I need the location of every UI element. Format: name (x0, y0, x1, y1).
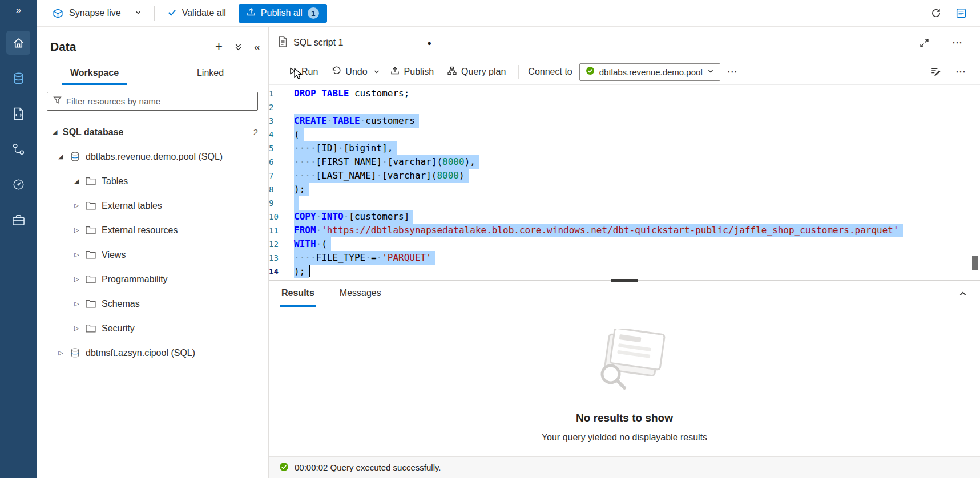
filter-funnel-icon (53, 96, 62, 107)
tree-item-label: Schemas (102, 299, 140, 309)
line-number: 11 (269, 224, 294, 237)
tab-messages[interactable]: Messages (338, 281, 382, 307)
code-line-11[interactable]: 11FROM·'https://dbtlabsynapsedatalake.bl… (269, 224, 980, 237)
run-button[interactable]: Run (281, 62, 325, 82)
code-line-12[interactable]: 12WITH·( (269, 237, 980, 251)
selection-highlight: ); (294, 265, 309, 278)
code-line-9[interactable]: 9 (269, 196, 980, 210)
chevron-collapsed-icon[interactable]: ▷ (74, 251, 84, 258)
code-text: CREATE·TABLE·customers (294, 114, 419, 128)
publish-button[interactable]: Publish (384, 62, 441, 82)
synapse-live-icon (53, 8, 63, 19)
code-line-5[interactable]: 5····[ID]·[bigint], (269, 141, 980, 155)
mode-selector[interactable]: Synapse live (53, 8, 142, 19)
upload-icon (247, 7, 256, 19)
publish-all-button[interactable]: Publish all 1 (239, 4, 327, 23)
tree-item-security[interactable]: ▷Security (37, 316, 268, 341)
validate-all-button[interactable]: Validate all (167, 7, 226, 19)
home-icon (6, 31, 30, 55)
rail-develop-button[interactable] (0, 96, 37, 131)
line-number: 9 (269, 196, 294, 210)
code-text (294, 196, 299, 210)
line-number: 2 (269, 100, 294, 114)
code-line-10[interactable]: 10COPY·INTO·[customers] (269, 210, 980, 224)
tree-item-dbtmsft-azsyn-cipool-sql[interactable]: ▷dbtmsft.azsyn.cipool (SQL) (37, 341, 268, 365)
code-line-7[interactable]: 7····[LAST_NAME]·[varchar](8000) (269, 169, 980, 183)
tree-item-sql-database[interactable]: ◢SQL database2 (37, 120, 268, 144)
connect-to-pool-select[interactable]: dbtlabs.revenue.demo.pool (579, 63, 720, 81)
line-number: 1 (269, 87, 294, 100)
publish-label: Publish (404, 67, 434, 77)
code-line-4[interactable]: 4( (269, 128, 980, 141)
collapse-panel-button[interactable]: « (254, 40, 260, 54)
tree-item-label: External tables (102, 201, 162, 211)
properties-icon[interactable] (925, 67, 946, 77)
collapse-all-icon[interactable] (234, 43, 243, 51)
line-number: 3 (269, 114, 294, 128)
expand-rail-button[interactable]: » (0, 0, 37, 21)
tree-item-external-resources[interactable]: ▷External resources (37, 218, 268, 242)
chevron-collapsed-icon[interactable]: ▷ (58, 349, 68, 357)
tree-item-schemas[interactable]: ▷Schemas (37, 291, 268, 316)
publish-upload-icon (390, 66, 400, 78)
code-text: ····[ID]·[bigint], (294, 141, 397, 155)
tree-item-views[interactable]: ▷Views (37, 242, 268, 267)
empty-results-illustration (579, 329, 670, 398)
chevron-collapsed-icon[interactable]: ▷ (74, 325, 84, 332)
add-resource-button[interactable]: + (215, 39, 223, 54)
tree-item-dbtlabs-revenue-demo-pool-sql[interactable]: ◢dbtlabs.revenue.demo.pool (SQL) (37, 144, 268, 169)
tab-results[interactable]: Results (280, 281, 316, 307)
chevron-collapsed-icon[interactable]: ▷ (74, 226, 84, 234)
toolbar-right-more-button[interactable]: ⋯ (949, 66, 973, 78)
code-line-8[interactable]: 8); (269, 183, 980, 196)
code-line-6[interactable]: 6····[FIRST_NAME]·[varchar](8000), (269, 155, 980, 169)
rail-data-button[interactable] (0, 60, 37, 96)
rail-manage-button[interactable] (0, 202, 37, 237)
scrollbar-cursor-marker[interactable] (972, 256, 978, 270)
tree-item-tables[interactable]: ◢Tables (37, 169, 268, 193)
chevron-collapsed-icon[interactable]: ▷ (74, 276, 84, 283)
code-text: WITH·( (294, 237, 331, 251)
tab-linked[interactable]: Linked (152, 62, 268, 85)
refresh-button[interactable] (931, 8, 941, 18)
tree-item-count: 2 (253, 127, 258, 137)
rail-integrate-button[interactable] (0, 131, 37, 167)
folder-icon (84, 299, 97, 308)
code-text: ); (294, 265, 310, 278)
sql-code-editor[interactable]: 1DROP TABLE customers;23CREATE·TABLE·cus… (269, 85, 980, 280)
undo-button[interactable]: Undo (325, 62, 374, 82)
results-resize-handle[interactable] (611, 279, 638, 282)
expand-editor-button[interactable] (919, 38, 929, 48)
tree-item-programmability[interactable]: ▷Programmability (37, 267, 268, 291)
code-line-14[interactable]: 14); (269, 265, 980, 278)
collapse-results-chevron-up[interactable] (958, 289, 967, 298)
query-plan-label: Query plan (461, 67, 506, 77)
notifications-panel-button[interactable] (956, 8, 966, 18)
code-line-1[interactable]: 1DROP TABLE customers; (269, 87, 980, 100)
chevron-expanded-icon[interactable]: ◢ (74, 177, 84, 185)
tree-item-label: SQL database (63, 127, 123, 137)
tab-sql-script-1[interactable]: SQL script 1 ● (269, 27, 441, 59)
chevron-collapsed-icon[interactable]: ▷ (74, 300, 84, 307)
tab-workspace[interactable]: Workspace (37, 62, 152, 85)
chevron-expanded-icon[interactable]: ◢ (53, 128, 63, 136)
code-line-3[interactable]: 3CREATE·TABLE·customers (269, 114, 980, 128)
folder-icon (84, 324, 97, 333)
rail-monitor-button[interactable] (0, 167, 37, 202)
synapse-studio-app: » Synapse live (0, 0, 980, 478)
toolbar-more-button[interactable]: ⋯ (720, 66, 745, 78)
tree-item-external-tables[interactable]: ▷External tables (37, 193, 268, 218)
tab-more-actions-button[interactable]: ⋯ (945, 37, 970, 49)
code-line-13[interactable]: 13····FILE_TYPE·=·'PARQUET' (269, 251, 980, 265)
query-plan-button[interactable]: Query plan (441, 62, 513, 82)
chevron-collapsed-icon[interactable]: ▷ (74, 202, 84, 209)
code-line-2[interactable]: 2 (269, 100, 980, 114)
undo-icon (332, 66, 341, 78)
filter-resources-input[interactable] (66, 96, 252, 106)
undo-dropdown-chevron[interactable] (370, 62, 384, 82)
rail-home-button[interactable] (0, 25, 37, 60)
folder-icon (84, 250, 97, 259)
publish-count-badge: 1 (308, 7, 319, 19)
tree-item-label: dbtlabs.revenue.demo.pool (SQL) (86, 152, 223, 162)
chevron-expanded-icon[interactable]: ◢ (58, 153, 68, 160)
